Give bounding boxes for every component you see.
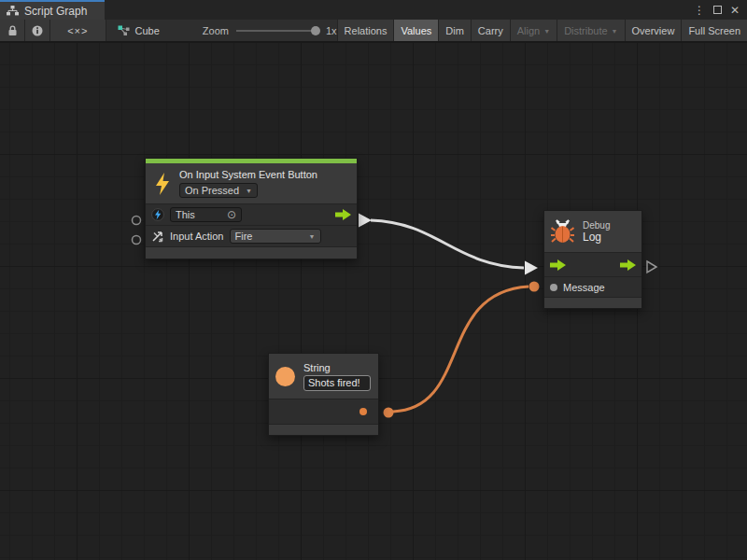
maximize-icon[interactable] [713,6,722,14]
node-string-literal[interactable]: String Shots fired! [268,353,379,436]
value-wire[interactable] [393,287,529,412]
gameobject-this-icon [151,208,164,221]
flow-output-port-icon[interactable] [620,259,636,271]
control-wire-start-arrow[interactable] [359,214,372,228]
object-picker-icon[interactable]: ⊙ [227,209,236,220]
this-object-field[interactable]: This ⊙ [170,207,242,222]
flow-output-port-icon[interactable] [335,209,351,220]
node-on-input-system-event-button[interactable]: On Input System Event Button On Pressed … [145,158,358,259]
code-view-button[interactable]: <×> [50,20,106,41]
lightning-bolt-icon [153,172,172,196]
zoom-slider[interactable] [236,30,318,32]
toolbar-middle: Cube Zoom 1x [106,20,338,41]
event-this-outer-port[interactable] [133,217,141,225]
message-port-icon[interactable] [550,284,557,291]
action-port-label: Input Action [170,231,224,242]
tab-script-graph[interactable]: Script Graph [0,0,105,20]
node-title: Log [583,231,610,244]
chevron-down-icon: ▼ [612,28,618,35]
graph-canvas[interactable]: On Input System Event Button On Pressed … [0,42,747,560]
trigger-dropdown[interactable]: On Pressed ▼ [179,183,258,198]
tab-title: Script Graph [24,5,87,18]
chevron-down-icon: ▼ [543,28,550,35]
control-wire[interactable] [371,220,524,268]
node-footer [269,424,378,435]
string-value-input[interactable]: Shots fired! [303,375,371,391]
input-action-dropdown[interactable]: Fire ▼ [230,229,321,244]
node-footer [146,246,357,259]
toolbar-button-distribute[interactable]: Distribute ▼ [557,20,625,41]
chevron-down-icon: ▼ [303,233,316,240]
string-type-icon [275,367,295,386]
toolbar-button-fullscreen[interactable]: Full Screen [682,20,747,41]
graph-toolbar: <×> Cube Zoom 1x Relations Values Dim Ca… [0,20,747,42]
event-action-outer-port[interactable] [133,236,141,245]
window-titlebar: Script Graph ⋮ ✕ [0,0,747,20]
zoom-slider-handle[interactable] [311,26,320,35]
toolbar-button-overview[interactable]: Overview [626,20,683,41]
flow-input-port-icon[interactable] [550,259,566,271]
info-icon [32,25,43,36]
graph-name-label: Cube [135,25,160,36]
zoom-value: 1x [326,25,337,36]
value-wire-start-dot[interactable] [384,408,394,418]
message-port-label: Message [563,282,605,293]
debug-bug-icon [551,219,574,245]
node-category: Debug [583,220,610,231]
inspector-button[interactable] [25,20,50,41]
input-action-icon [151,231,164,243]
toolbar-button-relations[interactable]: Relations [338,20,395,41]
string-output-port-icon[interactable] [359,408,367,415]
lock-icon [7,25,18,36]
graph-breadcrumb[interactable]: Cube [118,25,160,36]
node-footer [544,297,641,308]
zoom-label: Zoom [203,25,229,36]
toolbar-button-carry[interactable]: Carry [472,20,511,41]
script-graph-icon [7,6,19,16]
titlebar-spacer [105,0,694,20]
node-debug-log[interactable]: Debug Log Message [543,210,642,309]
chevron-down-icon: ▼ [240,188,252,194]
toolbar-button-align[interactable]: Align ▼ [511,20,557,41]
lock-button[interactable] [0,20,25,41]
toolbar-button-values[interactable]: Values [394,20,439,41]
debug-flow-outer-port[interactable] [647,261,656,273]
node-title: String [303,362,371,373]
toolbar-button-dim[interactable]: Dim [439,20,472,41]
value-wire-end-dot[interactable] [529,282,540,292]
zoom-control: Zoom 1x [203,25,337,36]
code-icon: <×> [67,25,88,36]
node-title: On Input System Event Button [179,169,317,180]
control-wire-end-arrow[interactable] [525,261,538,275]
window-menu-icon[interactable]: ⋮ [694,5,705,16]
graph-icon [118,25,130,36]
close-icon[interactable]: ✕ [730,5,740,16]
